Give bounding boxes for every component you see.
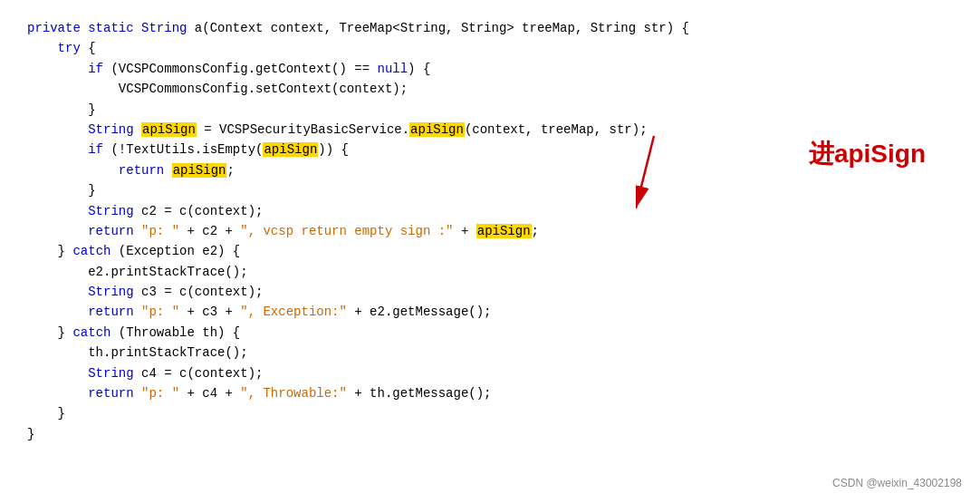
code-container: private static String a(Context context,… (0, 0, 980, 503)
code-line: } catch (Exception e2) { (27, 241, 953, 261)
code-line: } (27, 424, 953, 444)
code-line: String c2 = c(context); (27, 201, 953, 221)
code-line: return "p: " + c4 + ", Throwable:" + th.… (27, 383, 953, 403)
code-line: private static String a(Context context,… (27, 18, 953, 38)
code-line: e2.printStackTrace(); (27, 262, 953, 282)
watermark: CSDN @weixin_43002198 (832, 475, 962, 492)
code-line: } (27, 403, 953, 423)
annotation-text-container: 进apiSign (809, 134, 926, 175)
code-line: } (27, 100, 953, 120)
code-block: private static String a(Context context,… (27, 18, 953, 444)
annotation-label: 进apiSign (809, 134, 926, 175)
annotation-arrow-svg (636, 127, 799, 218)
code-line: return "p: " + c2 + ", vcsp return empty… (27, 221, 953, 241)
code-line: } (27, 180, 953, 200)
code-line: String c4 = c(context); (27, 363, 953, 383)
code-line: if (VCSPCommonsConfig.getContext() == nu… (27, 59, 953, 79)
code-line: try { (27, 38, 953, 58)
code-line: VCSPCommonsConfig.setContext(context); (27, 79, 953, 99)
code-line: } catch (Throwable th) { (27, 323, 953, 343)
code-line: th.printStackTrace(); (27, 343, 953, 363)
code-line: String c3 = c(context); (27, 282, 953, 302)
svg-line-1 (636, 136, 654, 208)
code-line: return "p: " + c3 + ", Exception:" + e2.… (27, 302, 953, 322)
